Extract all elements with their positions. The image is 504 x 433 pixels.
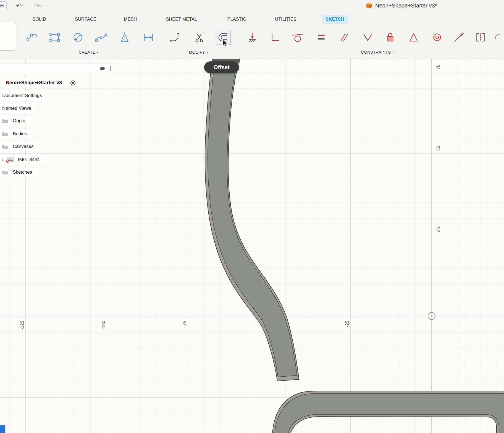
browser-item-img-8494[interactable]: › IMG_8494: [0, 155, 45, 165]
undo-button[interactable]: ↶ ▾: [16, 1, 24, 11]
browser-item-document-settings[interactable]: Document Settings: [0, 91, 45, 100]
point-on-object-constraint-button[interactable]: [452, 30, 466, 45]
sketch-canvas[interactable]: -125 -100 -75 -50 -25 75 50 25: [0, 59, 504, 433]
sketch-profile-bottom-tube[interactable]: [272, 391, 504, 433]
x-tick-label: -125: [20, 321, 25, 330]
tab-sketch[interactable]: SKETCH: [322, 15, 348, 24]
caret-down-icon: ▾: [97, 51, 98, 54]
app-logo[interactable]: H: [0, 1, 7, 10]
parallel-constraint-button[interactable]: [337, 30, 351, 45]
clipped-arc-icon: [494, 31, 504, 44]
lock-constraint-button[interactable]: [383, 30, 398, 45]
bottom-left-panel-fragment[interactable]: [0, 425, 5, 433]
tab-utilities[interactable]: UTILITIES: [272, 15, 300, 24]
constraints-group-label: CONSTRAINTS: [361, 50, 391, 54]
y-tick-label: 50: [436, 146, 441, 151]
tab-plastic[interactable]: PLASTIC: [224, 15, 250, 24]
titlebar: H ↶ ▾ ↷ ▾ Neon+Shape+Starter v3*: [0, 0, 504, 12]
browser-item-label: Bodies: [11, 131, 29, 137]
mirror-tool-button[interactable]: [117, 30, 132, 45]
x-axis-labels: -125 -100 -75 -50 -25: [20, 321, 350, 330]
modify-group-label: MODIFY: [189, 50, 205, 54]
canvas-image-hidden-icon: [6, 157, 14, 163]
clipped-tool-button[interactable]: [494, 30, 504, 45]
x-tick-label: -100: [101, 321, 106, 330]
circle-tool-button[interactable]: [70, 30, 85, 45]
browser-item-sketches[interactable]: Sketches: [0, 168, 37, 177]
fillet-tool-button[interactable]: [168, 30, 183, 45]
rectangle-tool-button[interactable]: [47, 30, 62, 45]
rectangle-icon: [48, 31, 61, 44]
triangle-icon: [407, 31, 420, 44]
x-tick-label: -25: [345, 321, 350, 327]
constraints-group-dropdown[interactable]: CONSTRAINTS ▾: [361, 50, 394, 54]
origin-marker[interactable]: [428, 312, 435, 320]
browser-item-named-views[interactable]: Named Views: [0, 104, 35, 113]
s-curve-offset-path[interactable]: [208, 59, 297, 377]
caret-down-icon: ▾: [22, 4, 24, 7]
browser-item-bodies[interactable]: Bodies: [0, 129, 32, 138]
browser-root-item[interactable]: Neon+Shape+Starter v3: [2, 78, 66, 88]
equal-icon: [315, 31, 328, 44]
tangent-constraint-button[interactable]: [290, 30, 305, 45]
ribbon-toolbar: SOLID SURFACE MESH SHEET METAL PLASTIC U…: [0, 12, 504, 59]
lock-icon: [384, 31, 397, 44]
spline-tool-button[interactable]: [94, 30, 109, 45]
offset-tooltip: Offset: [204, 61, 239, 73]
undo-icon: ↶: [16, 2, 22, 9]
toolbar-separator: [238, 28, 238, 58]
chevron-right-icon[interactable]: ›: [1, 156, 4, 163]
fix-constraint-button[interactable]: [245, 30, 260, 45]
browser-root-radio-icon[interactable]: [70, 80, 75, 85]
browser-search-box[interactable]: [0, 64, 113, 73]
fusion-window: -125 -100 -75 -50 -25 75 50 25: [0, 0, 504, 433]
canvas-scene: -125 -100 -75 -50 -25 75 50 25: [0, 59, 504, 433]
symmetry-constraint-button[interactable]: [473, 30, 488, 45]
dimension-tool-button[interactable]: [141, 30, 156, 45]
browser-filter-icon[interactable]: [100, 67, 105, 70]
browser-item-label: Named Views: [1, 106, 33, 111]
line-icon: [26, 31, 38, 44]
tangent-icon: [291, 31, 304, 44]
browser-item-label: IMG_8494: [16, 157, 41, 163]
point-on-object-icon: [453, 31, 465, 44]
sketch-profile-s-curve[interactable]: [205, 59, 299, 381]
document-title-area: Neon+Shape+Starter v3*: [365, 2, 437, 9]
text-cursor: [110, 66, 111, 71]
browser-item-canvases[interactable]: Canvases: [0, 142, 39, 151]
document-cube-icon: [365, 2, 372, 9]
concentric-icon: [431, 31, 443, 44]
circle-icon: [72, 31, 84, 44]
browser-item-origin[interactable]: Origin: [0, 116, 30, 125]
y-tick-label: 75: [436, 64, 441, 69]
tab-sheet-metal[interactable]: SHEET METAL: [163, 15, 201, 24]
bottom-tube-offset-path[interactable]: [275, 393, 504, 433]
modify-group-dropdown[interactable]: MODIFY ▾: [189, 50, 208, 54]
trim-tool-button[interactable]: [192, 30, 207, 45]
horizontal-vertical-constraint-button[interactable]: [267, 30, 282, 45]
caret-down-icon: ▾: [207, 51, 208, 54]
create-group-label: CREATE: [79, 50, 95, 54]
tab-solid[interactable]: SOLID: [29, 15, 49, 24]
triangle-constraint-button[interactable]: [406, 30, 421, 45]
tab-surface[interactable]: SURFACE: [72, 15, 100, 24]
redo-icon: ↷: [34, 2, 40, 9]
browser-item-label: Origin: [11, 118, 27, 124]
create-group-dropdown[interactable]: CREATE ▾: [79, 50, 98, 54]
perpendicular-constraint-button[interactable]: [360, 30, 375, 45]
browser-item-label: Document Settings: [1, 93, 44, 98]
y-axis-labels: 75 50 25: [436, 64, 441, 232]
browser-item-label: Canvases: [11, 144, 35, 149]
fix-ground-icon: [246, 31, 259, 44]
left-panel-fragment: [0, 22, 16, 51]
mouse-cursor-icon: [222, 39, 229, 48]
trim-scissors-icon: [193, 31, 206, 44]
folder-icon: [2, 119, 8, 123]
tab-mesh[interactable]: MESH: [120, 15, 140, 24]
redo-button[interactable]: ↷ ▾: [34, 1, 42, 11]
line-tool-button[interactable]: [25, 30, 40, 45]
equal-constraint-button[interactable]: [314, 30, 329, 45]
concentric-constraint-button[interactable]: [430, 30, 445, 45]
app-logo-letter: H: [0, 3, 4, 9]
dimension-icon: [142, 31, 155, 44]
